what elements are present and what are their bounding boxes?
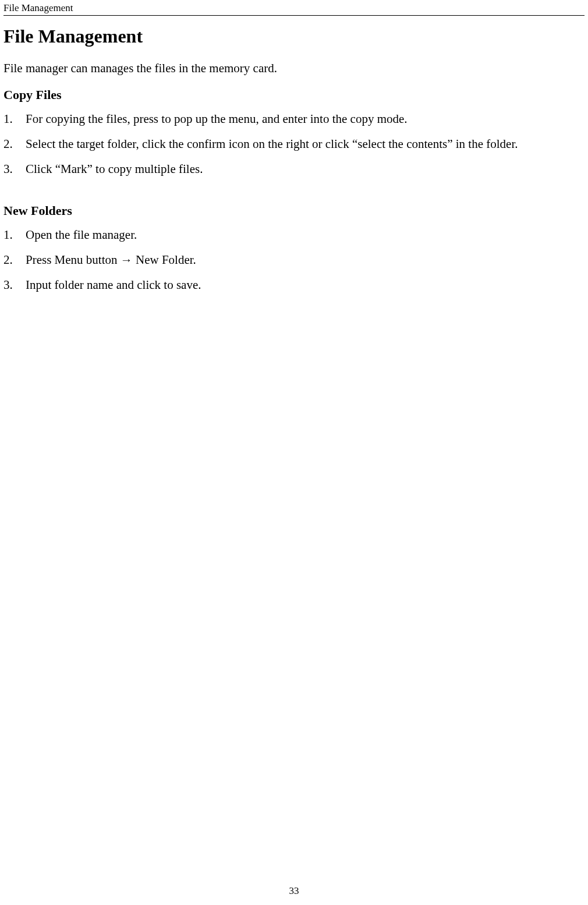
section-heading-new-folders: New Folders	[3, 203, 585, 218]
list-item: 2. Press Menu button → New Folder.	[3, 253, 585, 267]
list-item-number: 2.	[3, 137, 13, 151]
list-item-text: Input folder name and click to save.	[26, 278, 201, 292]
main-heading: File Management	[3, 26, 585, 47]
new-folders-list: 1. Open the file manager. 2. Press Menu …	[3, 228, 585, 292]
intro-paragraph: File manager can manages the files in th…	[3, 61, 585, 76]
page-header-title: File Management	[3, 2, 73, 14]
copy-files-list: 1. For copying the files, press to pop u…	[3, 112, 585, 176]
list-item: 2. Select the target folder, click the c…	[3, 137, 585, 151]
list-item: 3. Input folder name and click to save.	[3, 278, 585, 292]
list-item-number: 1.	[3, 112, 13, 126]
list-item-number: 3.	[3, 278, 13, 292]
list-item: 1. For copying the files, press to pop u…	[3, 112, 585, 126]
header-divider	[3, 15, 585, 16]
list-item-text: Click “Mark” to copy multiple files.	[26, 162, 203, 176]
list-item-number: 3.	[3, 162, 13, 176]
list-item-number: 1.	[3, 228, 13, 242]
page-content: File Management File manager can manages…	[3, 21, 585, 310]
list-item: 3. Click “Mark” to copy multiple files.	[3, 162, 585, 176]
list-item-text: Select the target folder, click the conf…	[26, 137, 518, 151]
list-item-number: 2.	[3, 253, 13, 267]
list-item-text: For copying the files, press to pop up t…	[26, 112, 408, 126]
list-item: 1. Open the file manager.	[3, 228, 585, 242]
page-number: 33	[0, 885, 588, 897]
list-item-text: Press Menu button → New Folder.	[26, 253, 196, 267]
list-item-text: Open the file manager.	[26, 228, 137, 242]
section-heading-copy-files: Copy Files	[3, 87, 585, 102]
section-spacer	[3, 194, 585, 203]
